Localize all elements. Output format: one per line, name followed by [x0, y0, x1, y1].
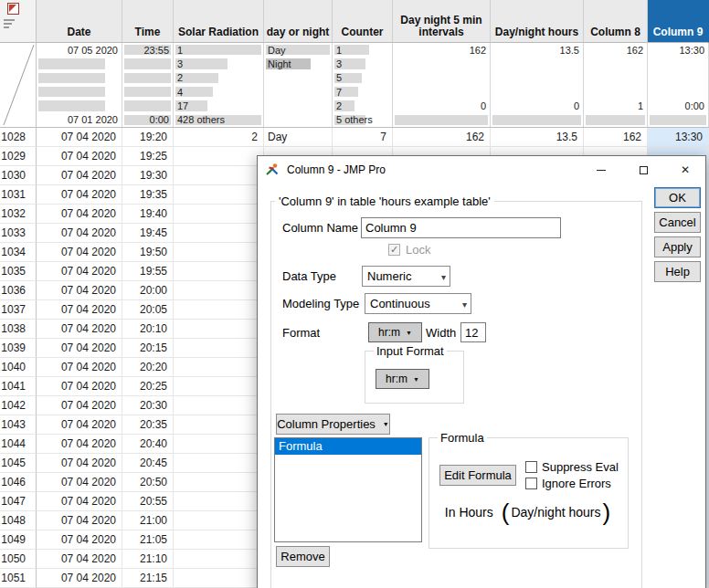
cell-solar[interactable] — [174, 473, 264, 492]
cell-date[interactable]: 07 04 2020 — [37, 415, 122, 435]
cell-hours[interactable]: 13.5 — [491, 128, 584, 147]
column-header-time[interactable]: Time — [122, 0, 174, 43]
cell-date[interactable]: 07 04 2020 — [37, 492, 122, 511]
row-number[interactable]: 1050 — [0, 550, 37, 569]
row-number[interactable]: 1039 — [0, 339, 37, 358]
cell-date[interactable]: 07 04 2020 — [37, 205, 122, 224]
column-header-counter[interactable]: Counter — [333, 0, 393, 43]
cell-time[interactable]: 19:30 — [122, 166, 174, 185]
cell-time[interactable]: 20:50 — [122, 473, 174, 492]
cell-date[interactable]: 07 04 2020 — [37, 224, 122, 243]
cell-solar[interactable]: 2 — [174, 128, 264, 147]
row-number[interactable]: 1046 — [0, 473, 37, 492]
edit-formula-button[interactable]: Edit Formula — [439, 465, 516, 486]
cell-date[interactable]: 07 04 2020 — [37, 377, 122, 396]
cell-solar[interactable] — [174, 300, 264, 320]
table-row[interactable]: 102807 04 202019:202Day716213.516213:30 — [0, 128, 709, 147]
close-button[interactable]: ✕ — [664, 156, 706, 184]
cell-date[interactable]: 07 04 2020 — [37, 569, 122, 588]
cell-solar[interactable] — [174, 511, 264, 530]
cell-time[interactable]: 20:55 — [122, 492, 174, 511]
cell-intervals[interactable]: 162 — [393, 128, 491, 147]
cell-date[interactable]: 07 04 2020 — [37, 300, 122, 320]
cell-time[interactable]: 20:15 — [122, 339, 174, 358]
cell-day[interactable]: Day — [264, 128, 333, 147]
row-number[interactable]: 1047 — [0, 492, 37, 511]
cell-time[interactable]: 21:05 — [122, 530, 174, 550]
cell-date[interactable]: 07 04 2020 — [37, 147, 122, 166]
help-button[interactable]: Help — [654, 261, 701, 282]
cell-solar[interactable] — [174, 320, 264, 339]
cell-date[interactable]: 07 04 2020 — [37, 281, 122, 300]
cell-time[interactable]: 21:15 — [122, 569, 174, 588]
cell-solar[interactable] — [174, 262, 264, 281]
cell-time[interactable]: 19:25 — [122, 147, 174, 166]
cell-time[interactable]: 21:00 — [122, 511, 174, 530]
column-header-day-night-5-min-intervals[interactable]: Day night 5 min intervals — [393, 0, 491, 43]
column-header-solar-radiation[interactable]: Solar Radiation — [174, 0, 264, 43]
column-header-day-or-night[interactable]: day or night — [264, 0, 333, 43]
cell-solar[interactable] — [174, 492, 264, 511]
row-number[interactable]: 1031 — [0, 185, 37, 205]
cell-time[interactable]: 19:45 — [122, 224, 174, 243]
cell-time[interactable]: 19:50 — [122, 243, 174, 262]
cell-date[interactable]: 07 04 2020 — [37, 185, 122, 205]
cell-solar[interactable] — [174, 435, 264, 454]
cell-date[interactable]: 07 04 2020 — [37, 262, 122, 281]
row-number[interactable]: 1040 — [0, 358, 37, 377]
row-number[interactable]: 1044 — [0, 435, 37, 454]
cell-solar[interactable] — [174, 415, 264, 435]
column-header-column9-selected[interactable]: Column 9 — [648, 0, 709, 43]
cell-solar[interactable] — [174, 281, 264, 300]
dialog-titlebar[interactable]: Column 9 - JMP Pro ✕ — [258, 156, 705, 184]
row-number[interactable]: 1033 — [0, 224, 37, 243]
row-number[interactable]: 1043 — [0, 415, 37, 435]
row-number[interactable]: 1041 — [0, 377, 37, 396]
row-number[interactable]: 1049 — [0, 530, 37, 550]
data-type-select[interactable]: Numeric ▾ — [362, 266, 450, 287]
cell-solar[interactable] — [174, 243, 264, 262]
column-header-column8[interactable]: Column 8 — [584, 0, 648, 43]
cell-time[interactable]: 20:35 — [122, 415, 174, 435]
cell-time[interactable]: 20:30 — [122, 396, 174, 415]
suppress-eval-checkbox[interactable] — [525, 461, 537, 473]
cell-solar[interactable] — [174, 166, 264, 185]
cell-solar[interactable] — [174, 358, 264, 377]
property-item-formula[interactable]: Formula — [275, 438, 421, 455]
apply-button[interactable]: Apply — [654, 236, 701, 257]
cell-date[interactable]: 07 04 2020 — [37, 339, 122, 358]
modeling-type-select[interactable]: Continuous ▾ — [365, 293, 471, 314]
cell-date[interactable]: 07 04 2020 — [37, 550, 122, 569]
row-number[interactable]: 1029 — [0, 147, 37, 166]
cell-solar[interactable] — [174, 377, 264, 396]
ignore-errors-checkbox[interactable] — [525, 478, 537, 489]
cancel-button[interactable]: Cancel — [654, 212, 701, 233]
cell-solar[interactable] — [174, 339, 264, 358]
cell-solar[interactable] — [174, 530, 264, 550]
row-number[interactable]: 1038 — [0, 320, 37, 339]
cell-time[interactable]: 20:10 — [122, 320, 174, 339]
cell-time[interactable]: 21:10 — [122, 550, 174, 569]
column-header-day-night-hours[interactable]: Day/night hours — [491, 0, 584, 43]
cell-solar[interactable] — [174, 147, 264, 166]
cell-date[interactable]: 07 04 2020 — [37, 358, 122, 377]
row-number[interactable]: 1032 — [0, 205, 37, 224]
input-format-dropdown-button[interactable]: hr:m ▼ — [376, 369, 429, 389]
lock-checkbox[interactable]: ✓ — [388, 244, 400, 256]
row-number[interactable]: 1036 — [0, 281, 37, 300]
cell-solar[interactable] — [174, 224, 264, 243]
remove-button[interactable]: Remove — [276, 546, 330, 567]
cell-counter[interactable]: 7 — [333, 128, 393, 147]
column-header-date[interactable]: Date — [37, 0, 122, 43]
cell-date[interactable]: 07 04 2020 — [37, 243, 122, 262]
cell-time[interactable]: 19:55 — [122, 262, 174, 281]
cell-date[interactable]: 07 04 2020 — [37, 166, 122, 185]
cell-date[interactable]: 07 04 2020 — [37, 530, 122, 550]
ok-button[interactable]: OK — [654, 187, 701, 208]
cell-date[interactable]: 07 04 2020 — [37, 396, 122, 415]
cell-time[interactable]: 20:25 — [122, 377, 174, 396]
cell-date[interactable]: 07 04 2020 — [37, 128, 122, 147]
cell-solar[interactable] — [174, 396, 264, 415]
row-number[interactable]: 1034 — [0, 243, 37, 262]
cell-solar[interactable] — [174, 454, 264, 473]
